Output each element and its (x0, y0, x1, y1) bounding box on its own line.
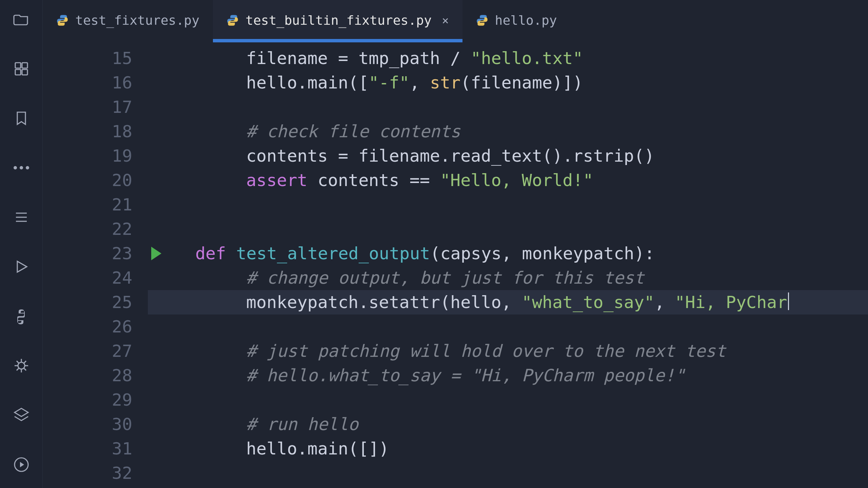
svg-line-13 (17, 361, 19, 363)
outline-icon[interactable] (12, 207, 31, 227)
main-column: test_fixtures.py test_builtin_fixtures.p… (43, 0, 868, 488)
line-number: 29 (43, 388, 148, 412)
code-line[interactable]: # check file contents (195, 119, 868, 144)
python-file-icon (226, 14, 239, 26)
code-line[interactable]: hello.main([]) (195, 436, 868, 461)
terminal-icon[interactable] (12, 455, 31, 474)
line-number: 31 (43, 436, 148, 461)
code-line[interactable] (195, 192, 868, 217)
app-root: test_fixtures.py test_builtin_fixtures.p… (0, 0, 868, 488)
svg-rect-3 (22, 69, 27, 75)
debug-icon[interactable] (12, 356, 31, 375)
tab-test-fixtures[interactable]: test_fixtures.py (43, 0, 213, 41)
line-number: 24 (43, 266, 148, 290)
python-file-icon (56, 14, 68, 26)
tab-label: test_fixtures.py (75, 13, 199, 28)
more-icon[interactable] (12, 158, 31, 178)
python-icon[interactable] (12, 306, 31, 326)
svg-line-16 (24, 361, 26, 363)
line-number: 17 (43, 95, 148, 119)
code-line[interactable]: def test_altered_output(capsys, monkeypa… (195, 241, 868, 266)
python-file-icon (476, 14, 488, 26)
line-number: 28 (43, 363, 148, 388)
line-number: 27 (43, 339, 148, 363)
code-line[interactable]: filename = tmp_path / "hello.txt" (195, 46, 868, 70)
line-number: 25 (43, 290, 148, 314)
layers-icon[interactable] (12, 405, 31, 425)
code-line[interactable]: # run hello (195, 412, 868, 436)
bookmark-icon[interactable] (12, 108, 31, 128)
folder-icon[interactable] (12, 9, 31, 29)
svg-marker-19 (20, 462, 24, 467)
line-number: 20 (43, 168, 148, 192)
line-number: 19 (43, 144, 148, 168)
close-icon[interactable]: × (442, 14, 449, 27)
svg-rect-0 (15, 63, 21, 68)
code-line[interactable] (195, 217, 868, 241)
code-line[interactable]: hello.main(["-f", str(filename)]) (195, 70, 868, 95)
extensions-icon[interactable] (12, 59, 31, 79)
tab-test-builtin-fixtures[interactable]: test_builtin_fixtures.py × (213, 0, 462, 41)
code-line[interactable]: # just patching will hold over to the ne… (195, 339, 868, 363)
line-number: 23 (43, 241, 148, 266)
code-line[interactable]: # change output, but just for this test (195, 266, 868, 290)
svg-point-8 (18, 362, 25, 369)
line-number: 15 (43, 46, 148, 70)
code-content[interactable]: filename = tmp_path / "hello.txt"hello.m… (148, 41, 868, 488)
line-number: 18 (43, 119, 148, 144)
line-number-gutter: 151617181920212223242526272829303132 (43, 41, 148, 488)
code-line[interactable]: contents = filename.read_text().rstrip() (195, 144, 868, 168)
line-number: 22 (43, 217, 148, 241)
line-number: 30 (43, 412, 148, 436)
svg-rect-2 (15, 69, 21, 75)
code-line[interactable]: monkeypatch.setattr(hello, "what_to_say"… (148, 290, 868, 314)
code-line[interactable] (195, 461, 868, 485)
code-line[interactable] (195, 314, 868, 339)
code-line[interactable]: # hello.what_to_say = "Hi, PyCharm peopl… (195, 363, 868, 388)
code-line[interactable]: assert contents == "Hello, World!" (195, 168, 868, 192)
tab-hello[interactable]: hello.py (462, 0, 571, 41)
tab-label: test_builtin_fixtures.py (245, 13, 432, 28)
svg-rect-1 (22, 63, 27, 68)
tab-bar: test_fixtures.py test_builtin_fixtures.p… (43, 0, 868, 41)
line-number: 32 (43, 461, 148, 485)
code-line[interactable] (195, 388, 868, 412)
line-number: 21 (43, 192, 148, 217)
svg-line-15 (17, 368, 19, 370)
line-number: 26 (43, 314, 148, 339)
code-line[interactable] (195, 95, 868, 119)
svg-marker-7 (17, 261, 27, 272)
svg-marker-17 (15, 408, 28, 416)
svg-line-14 (24, 368, 26, 370)
line-number: 16 (43, 70, 148, 95)
run-icon[interactable] (12, 257, 31, 277)
tab-label: hello.py (495, 13, 557, 28)
text-cursor (788, 292, 789, 310)
code-editor[interactable]: 151617181920212223242526272829303132 fil… (43, 41, 868, 488)
activity-bar (0, 0, 43, 488)
